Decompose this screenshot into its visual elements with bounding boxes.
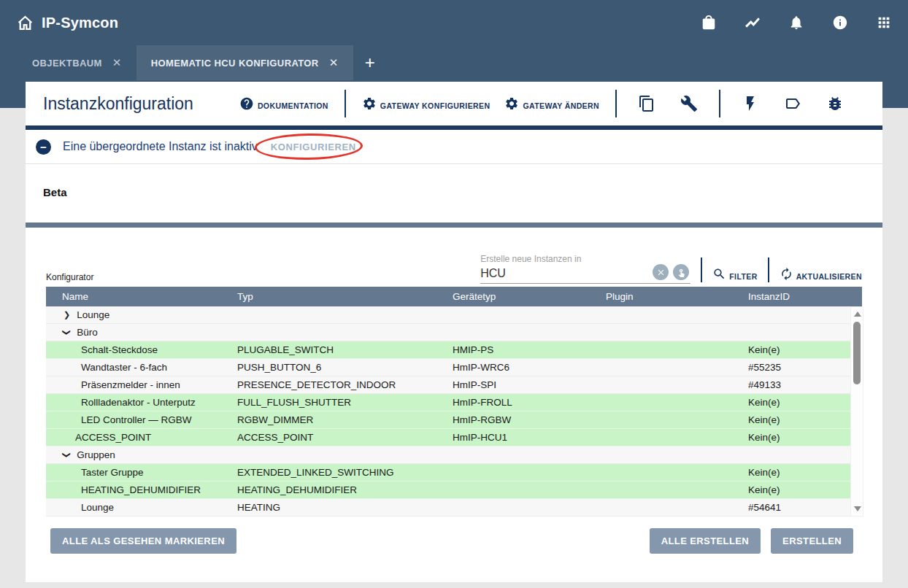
gear-icon (504, 96, 519, 111)
beta-section: Beta (26, 164, 882, 223)
tree-group-row[interactable]: ❯Lounge (46, 306, 862, 324)
create-button[interactable]: ERSTELLEN (771, 528, 853, 554)
row-instanz: Kein(e) (748, 344, 836, 355)
header-actions (701, 15, 892, 31)
row-geraetetyp: HmIP-HCU1 (453, 432, 606, 443)
tag-icon[interactable] (784, 95, 801, 112)
add-tab-button[interactable]: + (353, 45, 387, 80)
apps-grid-icon[interactable] (876, 15, 892, 31)
row-name: Wandtaster - 6-fach (81, 362, 167, 373)
tab-homematic-hcu-konfigurator[interactable]: HOMEMATIC HCU KONFIGURATOR ✕ (136, 45, 353, 80)
info-icon[interactable] (832, 15, 848, 31)
row-geraetetyp: HmIP-RGBW (453, 414, 606, 425)
lightning-icon[interactable] (742, 95, 759, 112)
collapse-icon[interactable]: ❯ (62, 452, 72, 458)
row-name: Schalt-Steckdose (81, 344, 158, 355)
gear-icon (362, 96, 377, 111)
footer-actions: ALLE ALS GESEHEN MARKIEREN ALLE ERSTELLE… (26, 517, 882, 554)
row-geraetetyp: HmIP-WRC6 (453, 362, 606, 373)
close-icon[interactable]: ✕ (329, 56, 339, 69)
row-name: Präsenzmelder - innen (81, 379, 180, 390)
row-name: LED Controller — RGBW (81, 414, 192, 425)
scrollbar-thumb[interactable] (853, 322, 861, 384)
scroll-up-icon[interactable] (854, 312, 861, 317)
row-instanz: #54641 (748, 502, 836, 513)
column-header-typ: Typ (237, 291, 453, 302)
row-name: HEATING_DEHUMIDIFIER (81, 484, 201, 495)
device-row[interactable]: Taster GruppeEXTENDED_LINKED_SWITCHINGKe… (46, 464, 862, 481)
create-in-input[interactable] (480, 267, 651, 280)
row-instanz: Kein(e) (748, 414, 836, 425)
home-icon (16, 14, 34, 32)
row-instanz: Kein(e) (748, 397, 836, 408)
create-in-buttons (653, 264, 689, 280)
device-row[interactable]: Rollladenaktor - UnterputzFULL_FLUSH_SHU… (46, 394, 862, 411)
row-name: Taster Gruppe (81, 467, 144, 478)
filter-separator (701, 258, 702, 282)
device-row[interactable]: ACCESS_POINTACCESS_POINTHmIP-HCU1Kein(e) (46, 429, 862, 446)
store-icon[interactable] (701, 15, 717, 31)
wrench-icon[interactable] (680, 95, 698, 112)
documentation-button[interactable]: DOKUMENTATION (239, 96, 328, 111)
device-row[interactable]: HEATING_DEHUMIDIFIERHEATING_DEHUMIDIFIER… (46, 481, 862, 499)
tab-label: HOMEMATIC HCU KONFIGURATOR (151, 58, 319, 69)
konfigurieren-button[interactable]: KONFIGURIEREN (266, 139, 361, 155)
search-icon (712, 267, 726, 281)
konfigurator-label: Konfigurator (46, 272, 93, 282)
device-row[interactable]: Schalt-SteckdosePLUGABLE_SWITCHHMIP-PSKe… (46, 341, 862, 359)
filter-row: Konfigurator Erstelle neue Instanzen in … (46, 228, 862, 287)
row-typ: PUSH_BUTTON_6 (237, 362, 453, 373)
brand-name: IP-Symcon (42, 15, 118, 31)
tree-group-row[interactable]: ❯Gruppen (46, 446, 862, 464)
konfigurator-panel: Konfigurator Erstelle neue Instanzen in … (26, 228, 882, 517)
refresh-button[interactable]: AKTUALISIEREN (780, 267, 862, 284)
vertical-scrollbar[interactable] (850, 306, 863, 517)
row-typ: PLUGABLE_SWITCH (237, 344, 453, 355)
parent-inactive-notice: − Eine übergeordnete Instanz ist inaktiv… (26, 130, 882, 164)
device-row[interactable]: LED Controller — RGBWRGBW_DIMMERHmIP-RGB… (46, 411, 862, 429)
column-header-name: Name (46, 291, 237, 302)
gateway-change-button[interactable]: GATEWAY ÄNDERN (504, 96, 599, 111)
tab-label: OBJEKTBAUM (32, 58, 102, 69)
column-header-plugin: Plugin (606, 291, 748, 302)
row-typ: PRESENCE_DETECTOR_INDOOR (237, 379, 453, 390)
row-typ: EXTENDED_LINKED_SWITCHING (237, 467, 453, 478)
filter-separator (768, 258, 769, 282)
row-geraetetyp: HmIP-FROLL (453, 397, 606, 408)
content-card: Instanzkonfiguration DOKUMENTATION GATEW… (26, 82, 882, 582)
copy-icon[interactable] (638, 95, 655, 112)
toolbar-actions: DOKUMENTATION GATEWAY KONFIGURIEREN GATE… (232, 90, 856, 117)
tab-bar: OBJEKTBAUM ✕ HOMEMATIC HCU KONFIGURATOR … (0, 45, 908, 80)
clear-icon[interactable] (653, 264, 669, 280)
row-geraetetyp: HMIP-PS (453, 344, 606, 355)
row-typ: RGBW_DIMMER (237, 414, 453, 425)
table-header: Name Typ Gerätetyp Plugin InstanzID (46, 287, 862, 306)
bug-icon[interactable] (826, 95, 844, 112)
collapse-icon[interactable]: ❯ (62, 329, 72, 336)
instance-toolbar: Instanzkonfiguration DOKUMENTATION GATEW… (26, 82, 882, 125)
gateway-configure-button[interactable]: GATEWAY KONFIGURIEREN (362, 96, 490, 111)
column-header-instanzid: InstanzID (748, 291, 836, 302)
create-all-button[interactable]: ALLE ERSTELLEN (650, 528, 761, 554)
toolbar-separator (615, 90, 617, 117)
device-row[interactable]: LoungeHEATING#54641 (46, 499, 862, 517)
mark-all-seen-button[interactable]: ALLE ALS GESEHEN MARKIEREN (50, 528, 236, 554)
create-in-field: Erstelle neue Instanzen in (480, 254, 690, 284)
notifications-icon[interactable] (788, 15, 804, 31)
brand: IP-Symcon (16, 14, 118, 32)
help-icon (239, 96, 254, 111)
select-target-icon[interactable] (673, 264, 689, 280)
toolbar-separator (719, 90, 720, 117)
device-row[interactable]: Präsenzmelder - innenPRESENCE_DETECTOR_I… (46, 376, 862, 394)
device-row[interactable]: Wandtaster - 6-fachPUSH_BUTTON_6HmIP-WRC… (46, 359, 862, 376)
close-icon[interactable]: ✕ (112, 56, 122, 69)
expand-icon[interactable]: ❯ (64, 310, 70, 320)
trending-icon[interactable] (745, 15, 761, 31)
row-name: Lounge (81, 502, 114, 513)
tree-group-row[interactable]: ❯Büro (46, 324, 862, 341)
scroll-down-icon[interactable] (854, 506, 861, 511)
filter-button[interactable]: FILTER (712, 267, 757, 284)
row-instanz: Kein(e) (748, 484, 836, 495)
page-title: Instanzkonfiguration (43, 94, 193, 114)
tab-objektbaum[interactable]: OBJEKTBAUM ✕ (18, 45, 136, 80)
